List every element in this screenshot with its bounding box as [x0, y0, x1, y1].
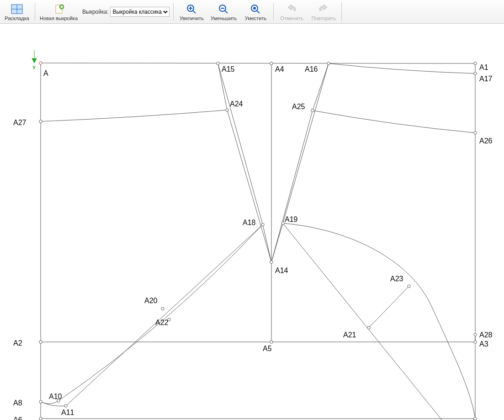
pattern-select-group: Выкройка: Выкройка классика — [80, 0, 171, 23]
point-marker[interactable] — [270, 341, 273, 343]
point-label: A1 — [479, 63, 488, 72]
point-label: A3 — [479, 340, 488, 348]
toolbar: Раскладка Новая выкройка Выкройка: Выкро… — [0, 0, 504, 24]
undo-icon — [286, 3, 297, 15]
svg-line-34 — [369, 286, 409, 328]
point-label: A5 — [263, 345, 272, 353]
point-label: A — [43, 69, 48, 78]
undo-label: Отменить — [280, 16, 303, 21]
point-label: A19 — [285, 215, 297, 224]
point-label: A28 — [479, 331, 492, 339]
point-label: A27 — [13, 119, 26, 127]
redo-button: Повторить — [308, 0, 340, 23]
point-marker[interactable] — [217, 62, 219, 65]
point-marker[interactable] — [327, 62, 330, 65]
point-marker[interactable] — [311, 109, 314, 112]
point-label: A8 — [13, 399, 22, 407]
new-pattern-button[interactable]: Новая выкройка — [37, 0, 80, 23]
zoom-in-label: Увеличить — [180, 16, 204, 21]
point-label: A14 — [275, 267, 288, 275]
undo-button: Отменить — [276, 0, 308, 23]
point-label: A4 — [275, 65, 284, 74]
point-marker[interactable] — [64, 404, 67, 407]
svg-point-36 — [39, 62, 42, 64]
point-label: A25 — [292, 103, 305, 111]
zoom-in-icon — [186, 3, 197, 15]
point-marker[interactable] — [39, 400, 42, 403]
point-marker[interactable] — [474, 333, 477, 336]
point-marker[interactable] — [39, 417, 42, 420]
separator — [173, 3, 174, 21]
svg-line-31 — [271, 223, 283, 262]
zoom-in-button[interactable]: Увеличить — [175, 0, 207, 23]
separator — [35, 3, 35, 21]
svg-marker-17 — [32, 58, 37, 63]
svg-line-26 — [218, 63, 263, 225]
zoom-out-icon — [218, 3, 229, 15]
svg-line-11 — [225, 10, 228, 13]
layout-icon — [11, 3, 23, 15]
point-label: A17 — [479, 75, 492, 83]
point-marker[interactable] — [474, 62, 477, 65]
point-marker[interactable] — [261, 223, 264, 226]
point-label: A11 — [61, 409, 74, 417]
point-label: A24 — [230, 100, 243, 108]
new-pattern-icon — [54, 3, 64, 15]
svg-line-18 — [41, 63, 475, 63]
point-label: A22 — [155, 319, 168, 327]
point-marker[interactable] — [474, 341, 477, 343]
zoom-fit-icon — [250, 3, 261, 15]
point-marker[interactable] — [270, 261, 273, 263]
zoom-fit-button[interactable]: Уместить — [239, 0, 271, 23]
point-marker[interactable] — [270, 62, 273, 65]
point-label: A15 — [222, 65, 234, 74]
svg-line-7 — [193, 10, 196, 13]
point-marker[interactable] — [281, 222, 284, 225]
svg-line-27 — [263, 225, 271, 262]
point-label: A21 — [343, 331, 356, 339]
point-marker[interactable] — [474, 72, 477, 75]
point-label: A18 — [243, 219, 255, 227]
point-label: A23 — [390, 275, 403, 283]
point-marker[interactable] — [367, 326, 370, 329]
point-marker[interactable] — [39, 120, 42, 123]
point-marker[interactable] — [408, 285, 410, 288]
zoom-fit-label: Уместить — [245, 16, 267, 21]
svg-line-32 — [66, 225, 263, 406]
svg-line-33 — [283, 223, 450, 420]
point-marker[interactable] — [474, 417, 477, 420]
point-label: A20 — [144, 297, 157, 305]
svg-point-15 — [253, 7, 256, 10]
redo-label: Повторить — [312, 16, 336, 21]
redo-icon — [318, 3, 329, 15]
point-label: A16 — [305, 65, 318, 74]
zoom-out-button[interactable]: Уменьшить — [207, 0, 239, 23]
point-label: A2 — [13, 339, 22, 347]
point-marker[interactable] — [474, 131, 477, 134]
y-axis-label: Y — [32, 65, 36, 70]
svg-line-29 — [271, 110, 313, 262]
new-pattern-label: Новая выкройка — [40, 16, 78, 21]
point-marker[interactable] — [39, 341, 42, 343]
pattern-select[interactable]: Выкройка классика — [110, 7, 170, 17]
point-label: A26 — [479, 137, 492, 145]
svg-line-30 — [283, 63, 329, 223]
layout-button[interactable]: Раскладка — [1, 0, 33, 23]
point-label: A6 — [13, 416, 22, 420]
svg-line-25 — [227, 110, 271, 262]
layout-label: Раскладка — [5, 16, 29, 21]
separator — [273, 3, 274, 21]
point-marker[interactable] — [226, 109, 228, 111]
svg-line-14 — [257, 10, 260, 13]
point-label: A10 — [49, 393, 62, 401]
point-marker[interactable] — [161, 307, 164, 310]
pattern-select-label: Выкройка: — [82, 9, 108, 15]
canvas-area[interactable]: Y AA1A15A4A16A17A24A25A27A26A18A19A14A23… — [0, 24, 504, 420]
separator — [341, 3, 342, 21]
zoom-out-label: Уменьшить — [211, 16, 237, 21]
